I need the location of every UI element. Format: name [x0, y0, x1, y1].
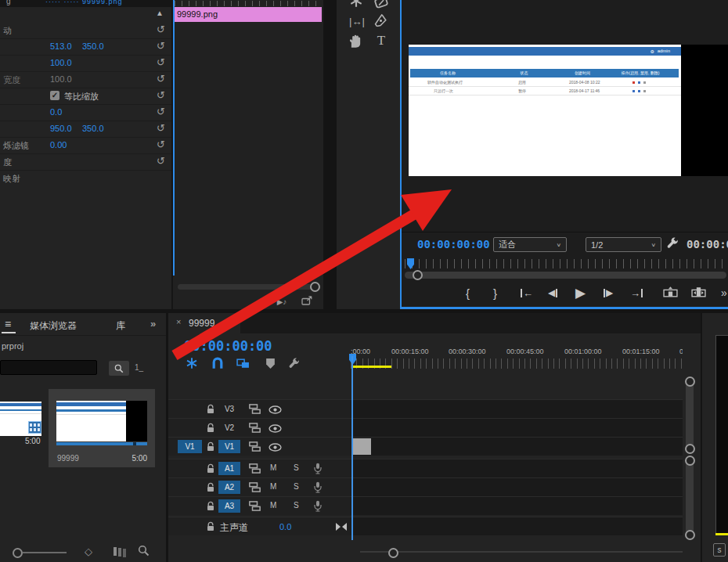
timeline-hscrollbar[interactable]: [351, 548, 683, 556]
find-icon[interactable]: [138, 545, 150, 557]
tab-fragment[interactable]: g: [6, 0, 11, 5]
anchor-y-value[interactable]: 350.0: [82, 124, 104, 133]
rotation-value[interactable]: 0.0: [50, 107, 62, 117]
tab-overflow-chevron[interactable]: »: [150, 318, 156, 330]
mini-playhead[interactable]: [173, 0, 175, 276]
toggle-track-output-eye-icon[interactable]: [268, 443, 282, 452]
lock-icon[interactable]: [206, 521, 215, 532]
program-video-frame[interactable]: ⚙ admin 任务名称 状态 创建时间 操作(启用, 禁用, 删除) 软件自动…: [409, 45, 728, 176]
thumbnail-scrubber[interactable]: [56, 442, 147, 445]
position-x-value[interactable]: 513.0: [50, 41, 72, 51]
solo-button[interactable]: S: [294, 501, 299, 510]
pen-tool-icon[interactable]: [373, 13, 389, 29]
clip-bar-99999[interactable]: 99999.png: [174, 7, 322, 22]
export-frame-icon[interactable]: [301, 296, 312, 305]
go-to-out-button[interactable]: →: [630, 283, 643, 302]
scrollbar-handle[interactable]: [685, 530, 695, 540]
track-target-v3[interactable]: V3: [218, 402, 240, 416]
scrollbar-track[interactable]: [360, 551, 683, 553]
mark-in-button[interactable]: {: [466, 283, 470, 302]
track-target-a3[interactable]: A3: [218, 499, 240, 513]
timeline-view-toggle[interactable]: ▲: [156, 9, 164, 17]
scrollbar-handle[interactable]: [685, 376, 695, 387]
lock-icon[interactable]: [206, 423, 215, 434]
step-forward-button[interactable]: ▶: [604, 283, 613, 302]
lock-icon[interactable]: [206, 501, 215, 512]
timeline-settings-wrench-icon[interactable]: [288, 357, 301, 369]
lock-icon[interactable]: [206, 482, 215, 493]
more-buttons-chevron[interactable]: »: [721, 283, 727, 302]
snap-magnet-icon[interactable]: [211, 357, 224, 369]
track-target-a1[interactable]: A1: [218, 462, 240, 475]
bowtie-keyframe-icon[interactable]: [335, 523, 348, 531]
anchor-x-value[interactable]: 950.0: [50, 124, 72, 133]
zoom-slider-handle[interactable]: [13, 548, 23, 558]
position-y-value[interactable]: 350.0: [82, 41, 104, 51]
sync-lock-icon[interactable]: [249, 404, 261, 414]
play-button[interactable]: ▶: [575, 283, 586, 302]
insert-overwrite-nest-icon[interactable]: [186, 357, 198, 369]
panel-menu-icon[interactable]: ≡: [5, 318, 11, 330]
search-in-bin-button[interactable]: [109, 361, 129, 376]
track-content[interactable]: [351, 459, 683, 477]
fit-zoom-dropdown[interactable]: 适合∨: [493, 237, 567, 252]
voiceover-mic-icon[interactable]: [313, 481, 323, 493]
solo-button[interactable]: S: [294, 482, 299, 491]
track-content[interactable]: [351, 400, 683, 418]
lock-icon[interactable]: [206, 441, 215, 452]
meter-solo-button[interactable]: s: [713, 543, 726, 557]
track-content[interactable]: [351, 478, 683, 496]
source-patch-v1[interactable]: V1: [178, 440, 202, 453]
track-content[interactable]: [351, 419, 683, 437]
tab-media-browser[interactable]: 媒体浏览器: [30, 319, 77, 333]
scrollbar-handle[interactable]: [685, 444, 695, 454]
solo-button[interactable]: S: [294, 463, 299, 472]
zoom-slider-track[interactable]: [23, 552, 67, 553]
type-tool-icon[interactable]: T: [374, 33, 388, 49]
slip-tool-icon[interactable]: |↔|: [344, 13, 369, 29]
clip-on-v1[interactable]: [352, 438, 371, 455]
lift-button[interactable]: [663, 286, 678, 297]
voiceover-mic-icon[interactable]: [313, 463, 323, 474]
add-marker-icon[interactable]: [265, 358, 276, 369]
voiceover-mic-icon[interactable]: [313, 500, 323, 512]
track-target-a2[interactable]: A2: [218, 481, 240, 494]
hand-tool-icon[interactable]: [348, 34, 362, 49]
close-icon[interactable]: ×: [176, 317, 181, 326]
reset-parameter-button[interactable]: ↺: [157, 40, 165, 52]
project-item-thumbnail[interactable]: [56, 401, 147, 441]
track-content[interactable]: [351, 497, 683, 515]
sync-lock-icon[interactable]: [249, 463, 261, 474]
antiflicker-value[interactable]: 0.00: [50, 140, 67, 150]
track-content[interactable]: [351, 438, 683, 456]
extract-button[interactable]: [691, 286, 706, 297]
scrollbar-handle[interactable]: [413, 270, 423, 280]
lock-icon[interactable]: [206, 463, 215, 474]
tab-library[interactable]: 库: [116, 319, 125, 333]
reset-parameter-button[interactable]: ↺: [157, 56, 165, 69]
master-volume-value[interactable]: 0.0: [279, 522, 291, 531]
reset-parameter-button[interactable]: ↺: [157, 122, 165, 135]
uniform-scale-checkbox[interactable]: ✓: [50, 91, 59, 100]
play-audio-only-icon[interactable]: ▶♪: [273, 296, 290, 307]
mark-out-button[interactable]: }: [493, 283, 497, 302]
view-mode-icon[interactable]: [114, 547, 117, 556]
track-target-v1[interactable]: V1: [218, 440, 240, 453]
reset-parameter-button[interactable]: ↺: [157, 23, 165, 36]
reset-parameter-button[interactable]: ↺: [157, 106, 165, 118]
scrollbar-handle[interactable]: [388, 548, 398, 558]
mute-button[interactable]: M: [270, 482, 276, 491]
reset-parameter-button[interactable]: ↺: [157, 139, 165, 151]
video-tracks-vscrollbar[interactable]: [686, 378, 694, 452]
step-back-button[interactable]: ◀: [548, 283, 557, 302]
timeline-current-timecode[interactable]: 00:00:00:00: [184, 338, 272, 354]
mini-ruler-ticks[interactable]: [175, 1, 322, 6]
sync-lock-icon[interactable]: [249, 423, 261, 433]
track-target-v2[interactable]: V2: [218, 421, 240, 434]
sync-lock-icon[interactable]: [249, 441, 261, 452]
linked-selection-icon[interactable]: [236, 358, 250, 369]
program-current-timecode[interactable]: 00:00:00:00: [417, 238, 490, 250]
reset-parameter-button[interactable]: ↺: [157, 89, 165, 102]
program-ruler[interactable]: [405, 259, 726, 268]
mute-button[interactable]: M: [270, 501, 276, 510]
